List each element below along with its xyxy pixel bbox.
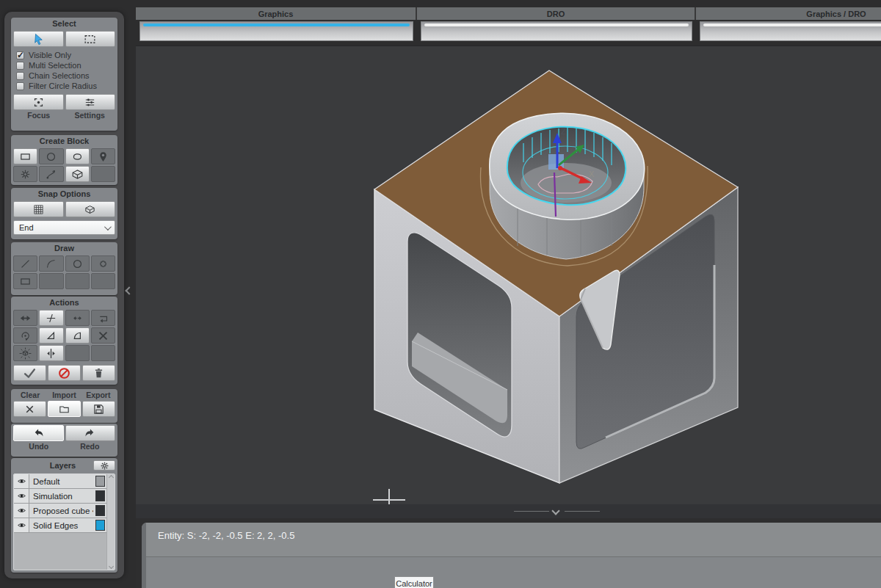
empty-cell <box>65 273 90 289</box>
extend-button[interactable] <box>13 310 37 326</box>
multi-selection-option[interactable]: Multi Selection <box>13 60 115 70</box>
tab-graphics[interactable] <box>139 21 413 41</box>
snap-options-title: Snap Options <box>13 189 115 200</box>
fillet-button[interactable] <box>65 327 90 344</box>
layer-color-cell[interactable] <box>93 474 106 488</box>
confirm-button[interactable] <box>13 365 46 381</box>
arc-icon <box>45 258 57 270</box>
snap-mode-value: End <box>19 223 34 232</box>
tool-sidebar: Select Visible Only Multi Selection Chai… <box>4 12 124 578</box>
create-profile-block-button[interactable] <box>65 148 90 164</box>
entity-status-row[interactable]: Entity: S: -2, -2, -0.5 E: 2, 2, -0.5 <box>146 523 881 557</box>
console-panel: Entity: S: -2, -2, -0.5 E: 2, 2, -0.5 <box>136 518 881 588</box>
settings-button[interactable] <box>65 94 116 110</box>
viewport-console-splitter[interactable] <box>136 504 881 518</box>
visible-only-option[interactable]: Visible Only <box>13 50 115 60</box>
create-circle-block-button[interactable] <box>39 148 63 164</box>
undo-button[interactable] <box>13 425 64 441</box>
chamfer-button[interactable] <box>39 327 63 344</box>
draw-circle-button[interactable] <box>65 255 90 272</box>
chain-selections-option[interactable]: Chain Selections <box>13 70 115 81</box>
cancel-button[interactable] <box>48 365 81 381</box>
layer-row[interactable]: Proposed cube <2> <box>14 504 106 518</box>
clear-button[interactable] <box>13 401 46 417</box>
focus-button[interactable] <box>13 94 64 110</box>
circle-icon <box>71 258 84 270</box>
filter-circle-radius-option[interactable]: Filter Circle Radius <box>13 81 115 91</box>
layer-color-cell[interactable] <box>93 489 106 503</box>
solid-snap-button[interactable] <box>65 201 116 217</box>
layers-title: Layers <box>13 461 90 470</box>
empty-cell <box>91 166 115 182</box>
graphics-viewport[interactable]: Z Y X <box>136 46 881 504</box>
filter-circle-radius-checkbox[interactable] <box>16 82 24 90</box>
chain-selections-checkbox[interactable] <box>16 72 24 80</box>
draw-point-button[interactable] <box>91 255 115 272</box>
offset-loop-button[interactable] <box>91 310 115 326</box>
draw-rectangle-button[interactable] <box>13 273 37 289</box>
visibility-eye-icon <box>17 506 26 515</box>
pointer-select-button[interactable] <box>13 31 64 47</box>
layer-visibility-toggle[interactable] <box>14 474 29 488</box>
collapse-chevron-down-icon[interactable] <box>551 507 559 515</box>
rotate-button[interactable] <box>13 327 37 344</box>
export-button[interactable] <box>82 401 115 417</box>
layer-list-scrollbar[interactable] <box>106 474 115 570</box>
layer-visibility-toggle[interactable] <box>14 489 29 503</box>
multi-selection-checkbox[interactable] <box>16 62 24 70</box>
snap-options-panel: Snap Options End <box>11 188 117 239</box>
layer-settings-button[interactable] <box>93 460 115 471</box>
layer-row[interactable]: Simulation <box>14 489 106 504</box>
break-button[interactable] <box>91 327 115 344</box>
sidebar-collapse-chevron[interactable] <box>125 286 133 294</box>
calculator-button[interactable]: Calculator <box>394 576 434 588</box>
scroll-up-icon[interactable] <box>108 475 113 480</box>
tab-graphics-dro[interactable] <box>700 21 881 41</box>
rect-arrow-icon <box>97 312 109 324</box>
x-icon <box>23 403 36 415</box>
layer-color-cell[interactable] <box>93 518 106 532</box>
create-rectangle-block-button[interactable] <box>13 148 37 164</box>
explode-button[interactable] <box>13 345 37 361</box>
snap-mode-select[interactable]: End <box>13 220 115 235</box>
window-select-button[interactable] <box>65 31 116 47</box>
draw-arc-button[interactable] <box>39 255 63 272</box>
tab-dro[interactable] <box>421 21 692 41</box>
layer-color-cell[interactable] <box>93 504 106 518</box>
empty-cell <box>39 273 63 289</box>
mirror-button[interactable] <box>39 345 63 361</box>
create-sprocket-block-button[interactable] <box>13 166 37 182</box>
calculator-label: Calculator <box>396 579 432 588</box>
shorten-button[interactable] <box>65 310 90 326</box>
trim-button[interactable] <box>39 310 63 326</box>
create-3d-block-button[interactable] <box>65 166 90 182</box>
grid-snap-button[interactable] <box>13 201 64 217</box>
layer-visibility-toggle[interactable] <box>14 504 29 518</box>
block-rays-icon <box>18 346 32 360</box>
x-cross-icon <box>97 330 109 342</box>
scroll-down-icon[interactable] <box>108 564 113 569</box>
layer-color-swatch <box>95 505 105 516</box>
curved-arrow-right-icon <box>83 427 97 440</box>
redo-button[interactable] <box>65 425 116 441</box>
draw-line-button[interactable] <box>13 255 37 272</box>
rectangle-icon <box>19 275 32 288</box>
import-button[interactable] <box>48 401 81 417</box>
create-point-block-button[interactable] <box>91 148 115 164</box>
layer-row[interactable]: Default <box>14 474 106 489</box>
clear-label: Clear <box>13 391 47 399</box>
marquee-icon <box>83 32 97 46</box>
undo-label: Undo <box>13 442 65 451</box>
create-spline-block-button[interactable] <box>39 166 63 182</box>
delete-button[interactable] <box>82 365 115 381</box>
visible-only-checkbox[interactable] <box>16 51 24 59</box>
layer-visibility-toggle[interactable] <box>14 518 29 532</box>
trash-icon <box>93 367 105 380</box>
spline-arrow-icon <box>45 168 57 181</box>
chamfer-triangle-icon <box>45 330 57 342</box>
view-tab-buttons <box>136 20 881 43</box>
layer-row[interactable]: Solid Edges <box>14 518 106 533</box>
splitter-line <box>514 511 549 512</box>
console-empty-area <box>146 557 881 588</box>
gear-icon <box>100 461 109 471</box>
